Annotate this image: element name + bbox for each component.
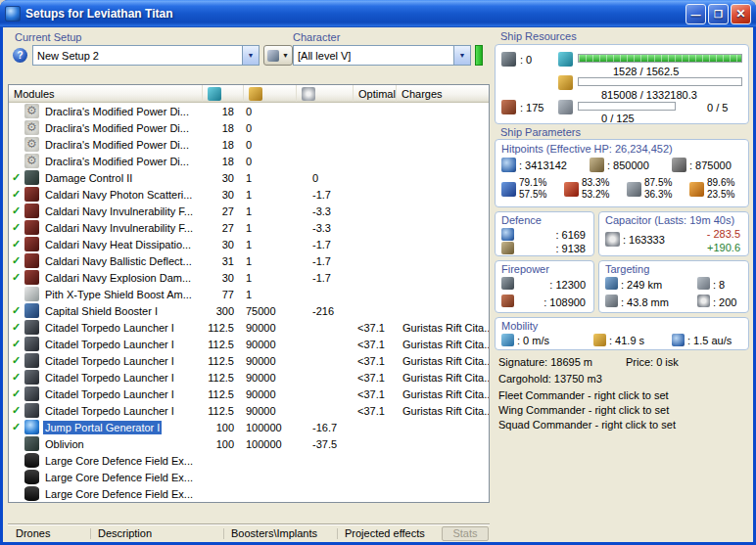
chevron-down-icon[interactable]: ▼ <box>242 46 259 65</box>
table-row[interactable]: ✓Caldari Navy Ballistic Deflect...311-1.… <box>9 252 489 269</box>
powergrid-usage: 0 <box>244 103 297 119</box>
charge-name: Guristas Rift Cita... <box>397 402 489 419</box>
column-header-capacitor[interactable] <box>297 85 354 102</box>
character-select[interactable]: [All level V] ▼ <box>293 45 471 66</box>
module-name: Jump Portal Generator I <box>43 421 162 434</box>
charge-name <box>397 419 489 435</box>
table-row[interactable]: ✓Citadel Torpedo Launcher I112.590000<37… <box>9 336 489 352</box>
calibration-bar <box>578 102 676 111</box>
tab-boosters-implants[interactable]: Boosters\Implants <box>231 527 317 539</box>
table-row[interactable]: Large Core Defence Field Ex... <box>9 469 489 485</box>
table-row[interactable]: ✓Citadel Torpedo Launcher I112.590000<37… <box>9 352 489 369</box>
column-header-modules[interactable]: Modules <box>9 85 203 102</box>
table-row[interactable]: ✓Caldari Navy Explosion Dam...301-1.7 <box>9 269 489 286</box>
charge-name: Guristas Rift Cita... <box>397 319 489 336</box>
module-name: Caldari Navy Invulnerability F... <box>43 221 195 235</box>
targeting-range-value: : 249 km <box>621 279 662 291</box>
squad-commander-setting[interactable]: Squad Commander - right click to set <box>498 419 676 431</box>
table-row[interactable]: ✓Citadel Torpedo Launcher I112.590000<37… <box>9 369 489 386</box>
powergrid-usage: 0 <box>244 153 297 169</box>
module-name: Oblivion <box>43 437 86 451</box>
table-row[interactable]: ✓Caldari Navy Invulnerability F...271-3.… <box>9 219 489 236</box>
hitpoints-box: Hitpoints (Effective HP: 26,234,452) : 3… <box>495 139 749 207</box>
capacitor-recharge: +190.6 <box>707 242 740 253</box>
table-row[interactable]: ✓Citadel Torpedo Launcher I112.590000<37… <box>9 386 489 402</box>
thermal-shield-resist: 83.3% <box>582 177 609 188</box>
em-armor-resist: 57.5% <box>519 189 546 200</box>
capacitor-title: Capacitor (Lasts: 19m 40s) <box>605 214 734 226</box>
cpu-usage: 112.5 <box>203 352 244 369</box>
table-row[interactable]: ✓Citadel Torpedo Launcher I112.590000<37… <box>9 402 489 419</box>
max-targets-icon <box>697 277 710 290</box>
column-header-optimal[interactable]: Optimal <box>354 85 397 102</box>
table-row[interactable]: Draclira's Modified Power Di...180 <box>9 103 489 119</box>
optimal-range <box>354 452 397 469</box>
table-row[interactable]: Pith X-Type Shield Boost Am...771 <box>9 286 489 302</box>
powergrid-usage: 90000 <box>244 369 297 386</box>
table-row[interactable]: Large Core Defence Field Ex... <box>9 485 489 502</box>
volley-icon <box>501 277 514 290</box>
help-icon[interactable]: ? <box>13 48 27 63</box>
powergrid-usage: 90000 <box>244 336 297 352</box>
volley-value: : 12300 <box>549 279 586 291</box>
tab-separator <box>337 528 338 539</box>
table-row[interactable]: ✓Citadel Torpedo Launcher I112.590000<37… <box>9 319 489 336</box>
table-row[interactable]: ✓Caldari Navy Photon Scatteri...301-1.7 <box>9 186 489 203</box>
close-button[interactable]: ✕ <box>731 4 751 24</box>
powergrid-icon <box>249 87 262 101</box>
defence-value-1: : 6169 <box>555 229 586 241</box>
capacitor-usage: -1.7 <box>297 252 354 269</box>
cpu-bar <box>578 54 742 63</box>
tab-drones[interactable]: Drones <box>16 527 50 539</box>
tab-projected-effects[interactable]: Projected effects <box>345 527 425 539</box>
table-row[interactable]: Large Core Defence Field Ex... <box>9 452 489 469</box>
table-row[interactable]: Draclira's Modified Power Di...180 <box>9 153 489 169</box>
setup-select[interactable]: New Setup 2 ▼ <box>32 45 260 66</box>
capacitor-usage: -16.7 <box>297 419 354 435</box>
cpu-usage: 27 <box>203 203 244 219</box>
cpu-usage: 18 <box>203 136 244 153</box>
setup-tools-button[interactable]: ▼ <box>263 45 293 66</box>
align-time-value: : 41.9 s <box>609 335 644 346</box>
cpu-usage <box>203 452 244 469</box>
table-row[interactable]: Draclira's Modified Power Di...180 <box>9 119 489 136</box>
kinetic-resist-icon <box>627 182 641 197</box>
minimize-button[interactable]: — <box>685 4 706 24</box>
column-header-cpu[interactable] <box>203 85 244 102</box>
optimal-range: <37.1 <box>354 336 397 352</box>
fleet-commander-setting[interactable]: Fleet Commander - right click to set <box>498 389 669 401</box>
charge-name <box>397 203 489 219</box>
table-row[interactable]: ✓Caldari Navy Invulnerability F...271-3.… <box>9 203 489 219</box>
charge-name: Guristas Rift Cita... <box>397 336 489 352</box>
table-row[interactable]: Draclira's Modified Power Di...180 <box>9 136 489 153</box>
column-header-charges[interactable]: Charges <box>397 85 489 102</box>
mobility-title: Mobility <box>501 320 538 332</box>
powergrid-bar <box>578 77 742 86</box>
scan-resolution-icon <box>605 295 618 307</box>
wing-commander-setting[interactable]: Wing Commander - right click to set <box>498 404 669 416</box>
powergrid-usage <box>244 452 297 469</box>
table-row[interactable]: ✓Capital Shield Booster I30075000-216 <box>9 302 489 319</box>
module-icon <box>24 170 39 185</box>
app-window: Setups for Leviathan Titan — ❐ ✕ Current… <box>0 0 756 545</box>
powergrid-usage: 1 <box>244 236 297 252</box>
cpu-usage: 112.5 <box>203 336 244 352</box>
column-header-powergrid[interactable] <box>244 85 297 102</box>
capacitor-usage: -1.7 <box>297 186 354 203</box>
capacitor-usage <box>297 452 354 469</box>
table-row[interactable]: ✓Damage Control II3010 <box>9 169 489 186</box>
table-row[interactable]: ✓Jump Portal Generator I100100000-16.7 <box>9 419 489 435</box>
module-icon <box>24 303 39 318</box>
maximize-button[interactable]: ❐ <box>708 4 729 24</box>
charge-name <box>397 119 489 136</box>
module-name: Caldari Navy Explosion Dam... <box>43 271 193 285</box>
module-name: Draclira's Modified Power Di... <box>43 121 191 135</box>
tab-description[interactable]: Description <box>98 527 152 539</box>
capacitor-usage: -3.3 <box>297 203 354 219</box>
optimal-range <box>354 302 397 319</box>
chevron-down-icon[interactable]: ▼ <box>453 46 470 65</box>
table-row[interactable]: Oblivion100100000-37.5 <box>9 435 489 452</box>
charge-name <box>397 302 489 319</box>
table-row[interactable]: ✓Caldari Navy Heat Dissipatio...301-1.7 <box>9 236 489 252</box>
gear-icon <box>24 154 39 168</box>
